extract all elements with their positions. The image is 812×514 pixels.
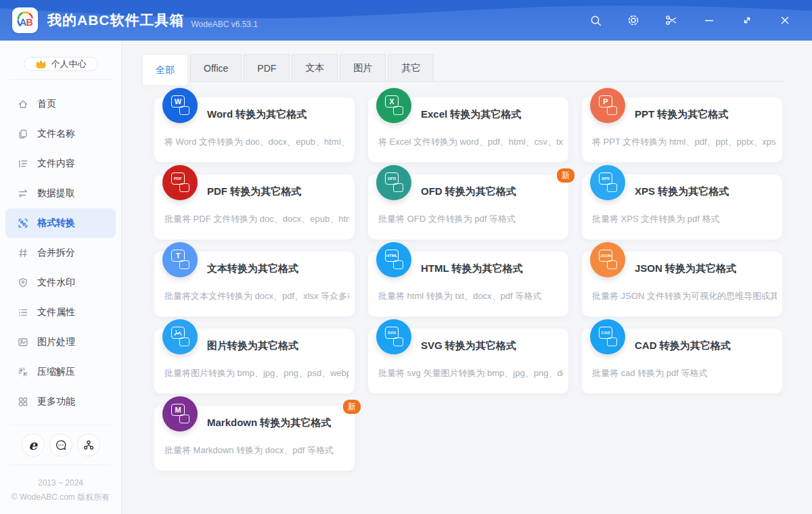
- image-process-icon: [18, 337, 28, 348]
- card-title: PPT 转换为其它格式: [635, 108, 728, 121]
- sidebar-item-format-convert[interactable]: 格式转换: [5, 208, 116, 238]
- card-desc: 批量将 html 转换为 txt、docx、pdf 等格式: [378, 290, 563, 302]
- sidebar-footer: e 2013 ~ 2024 © WodeABC.com 版权所有: [0, 417, 121, 514]
- card-word-convert[interactable]: W Word 转换为其它格式 将 Word 文件转换为 doc、docx、epu…: [154, 97, 355, 162]
- card-json-convert[interactable]: JSON JSON 转换为其它格式 批量将 JSON 文件转换为可视化的思维导图…: [582, 252, 782, 317]
- copyright: 2013 ~ 2024 © WodeABC.com 版权所有: [0, 473, 121, 514]
- json-convert-icon: JSON: [590, 242, 625, 277]
- sidebar-item-label: 首页: [37, 98, 56, 110]
- tool-cards-grid: W Word 转换为其它格式 将 Word 文件转换为 doc、docx、epu…: [154, 97, 782, 471]
- card-desc: 批量将 OFD 文件转换为 pdf 等格式: [378, 213, 563, 225]
- svg-text:B: B: [26, 17, 33, 28]
- sidebar-item-label: 格式转换: [37, 217, 75, 229]
- app-version: WodeABC v6.53.1: [191, 20, 258, 29]
- card-text-convert[interactable]: T 文本转换为其它格式 批量将文本文件转换为 docx、pdf、xlsx 等众多…: [154, 252, 355, 317]
- crown-icon: [35, 59, 47, 69]
- divider: [9, 465, 112, 465]
- markdown-convert-icon: M: [162, 396, 198, 431]
- data-extract-icon: [18, 188, 28, 199]
- new-badge: 新: [343, 400, 361, 414]
- card-picture-convert[interactable]: 图片转换为其它格式 批量将图片转换为 bmp、jpg、png、psd、webp、: [154, 329, 355, 394]
- sidebar-item-merge-split[interactable]: 合并拆分: [5, 238, 116, 268]
- card-desc: 批量将 JSON 文件转换为可视化的思维导图或其它格: [592, 290, 777, 302]
- card-ppt-convert[interactable]: P PPT 转换为其它格式 将 PPT 文件转换为 html、pdf、ppt、p…: [582, 97, 782, 162]
- sidebar-item-more-features[interactable]: 更多功能: [5, 387, 116, 417]
- sidebar-item-compress[interactable]: 压缩解压: [5, 357, 116, 387]
- sidebar-item-file-name[interactable]: 文件名称: [5, 119, 116, 149]
- tab-image[interactable]: 图片: [340, 54, 386, 81]
- card-ofd-convert[interactable]: OFD OFD 转换为其它格式 批量将 OFD 文件转换为 pdf 等格式 新: [368, 174, 568, 239]
- sidebar-item-file-content[interactable]: 文件内容: [5, 149, 116, 179]
- main-content: 全部 Office PDF 文本 图片 其它 W Word 转换为其它格式 将 …: [122, 41, 812, 514]
- file-properties-icon: [18, 307, 28, 318]
- card-title: XPS 转换为其它格式: [635, 185, 729, 198]
- card-excel-convert[interactable]: X Excel 转换为其它格式 将 Excel 文件转换为 word、pdf、h…: [368, 97, 568, 162]
- search-icon[interactable]: [587, 12, 604, 28]
- sidebar-item-file-properties[interactable]: 文件属性: [5, 298, 116, 327]
- tab-all[interactable]: 全部: [142, 54, 188, 85]
- card-cad-convert[interactable]: CAD CAD 转换为其它格式 批量将 cad 转换为 pdf 等格式: [582, 329, 782, 394]
- card-title: OFD 转换为其它格式: [421, 185, 516, 198]
- app-title: 我的ABC软件工具箱: [47, 11, 185, 30]
- card-desc: 批量将文本文件转换为 docx、pdf、xlsx 等众多格式: [164, 290, 349, 302]
- card-desc: 批量将图片转换为 bmp、jpg、png、psd、webp、: [164, 367, 349, 379]
- sidebar-item-label: 文件内容: [37, 158, 75, 170]
- card-title: 图片转换为其它格式: [207, 340, 298, 352]
- close-icon[interactable]: [777, 12, 793, 28]
- html-convert-icon: HTML: [376, 242, 411, 277]
- app-logo: A B: [12, 7, 38, 33]
- titlebar: A B 我的ABC软件工具箱 WodeABC v6.53.1: [0, 0, 812, 41]
- window-controls: [587, 12, 800, 28]
- card-pdf-convert[interactable]: PDF PDF 转换为其它格式 批量将 PDF 文件转换为 doc、docx、e…: [154, 174, 355, 239]
- watermark-shield-icon: [18, 277, 28, 288]
- word-convert-icon: W: [162, 88, 198, 123]
- card-svg-convert[interactable]: SVG SVG 转换为其它格式 批量将 svg 矢量图片转换为 bmp、jpg、…: [368, 329, 568, 394]
- file-name-icon: [18, 128, 28, 139]
- sidebar-item-image-process[interactable]: 图片处理: [5, 327, 116, 357]
- card-xps-convert[interactable]: XPS XPS 转换为其它格式 批量将 XPS 文件转换为 pdf 格式: [582, 174, 782, 239]
- sidebar-item-data-extract[interactable]: 数据提取: [5, 179, 116, 208]
- card-title: Word 转换为其它格式: [207, 108, 307, 121]
- minimize-icon[interactable]: [701, 12, 717, 28]
- card-desc: 将 Excel 文件转换为 word、pdf、html、csv、txt、s: [378, 136, 563, 148]
- sidebar-nav: 首页 文件名称 文件内容 数据提取 格式转换 合并拆分: [0, 89, 121, 417]
- category-tabs: 全部 Office PDF 文本 图片 其它: [142, 54, 784, 85]
- sidebar-item-label: 压缩解压: [37, 366, 75, 378]
- divider: [9, 425, 112, 425]
- svg-convert-icon: SVG: [376, 319, 411, 354]
- text-convert-icon: T: [162, 242, 198, 277]
- card-markdown-convert[interactable]: M Markdown 转换为其它格式 批量将 Markdown 转换为 docx…: [154, 406, 355, 471]
- card-desc: 批量将 cad 转换为 pdf 等格式: [592, 367, 777, 379]
- card-title: CAD 转换为其它格式: [635, 340, 731, 352]
- xps-convert-icon: XPS: [590, 165, 625, 200]
- compress-icon: [18, 367, 28, 377]
- card-title: Excel 转换为其它格式: [421, 108, 521, 121]
- sidebar-item-label: 文件名称: [37, 128, 75, 140]
- sidebar-item-label: 更多功能: [37, 396, 75, 408]
- sidebar-item-watermark[interactable]: 文件水印: [5, 268, 116, 298]
- personal-center-label: 个人中心: [51, 58, 87, 70]
- settings-gear-icon[interactable]: [625, 12, 641, 28]
- sidebar: 个人中心 首页 文件名称 文件内容 数据提取 格式转换: [0, 41, 122, 514]
- ofd-convert-icon: OFD: [376, 165, 411, 200]
- ie-browser-icon[interactable]: e: [22, 434, 45, 457]
- card-title: SVG 转换为其它格式: [421, 340, 516, 352]
- card-desc: 将 PPT 文件转换为 html、pdf、ppt、pptx、xps 等: [592, 136, 777, 148]
- maximize-resize-icon[interactable]: [739, 12, 755, 28]
- scissors-icon[interactable]: [663, 12, 679, 28]
- personal-center-button[interactable]: 个人中心: [24, 57, 98, 71]
- sidebar-item-home[interactable]: 首页: [5, 89, 116, 119]
- tab-office[interactable]: Office: [190, 54, 242, 81]
- card-html-convert[interactable]: HTML HTML 转换为其它格式 批量将 html 转换为 txt、docx、…: [368, 252, 568, 317]
- card-title: PDF 转换为其它格式: [207, 185, 301, 198]
- chat-feedback-icon[interactable]: [49, 434, 72, 457]
- merge-split-icon: [18, 248, 28, 258]
- sidebar-item-label: 合并拆分: [37, 247, 75, 259]
- home-icon: [18, 99, 28, 110]
- share-network-icon[interactable]: [77, 434, 100, 457]
- card-title: JSON 转换为其它格式: [635, 262, 736, 275]
- tab-text[interactable]: 文本: [292, 54, 338, 81]
- tab-other[interactable]: 其它: [388, 54, 434, 81]
- ppt-convert-icon: P: [590, 88, 625, 123]
- tab-pdf[interactable]: PDF: [244, 54, 290, 81]
